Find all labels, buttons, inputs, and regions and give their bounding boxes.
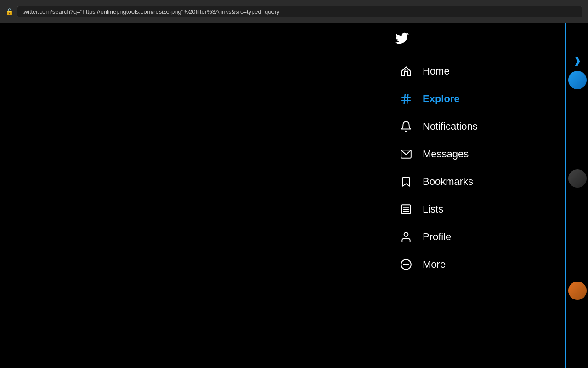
sidebar-item-explore[interactable]: Explore bbox=[390, 86, 561, 112]
page-content: Home Explore Notifications bbox=[0, 23, 588, 368]
more-icon bbox=[399, 257, 413, 272]
svg-point-13 bbox=[406, 264, 407, 265]
bookmarks-label: Bookmarks bbox=[423, 176, 473, 188]
chevron-right-icon[interactable]: ❱ bbox=[573, 55, 581, 66]
sidebar-item-notifications[interactable]: Notifications bbox=[390, 114, 561, 139]
home-label: Home bbox=[423, 65, 450, 77]
sidebar-item-profile[interactable]: Profile bbox=[390, 224, 561, 250]
thumbnail-3 bbox=[568, 282, 587, 300]
messages-label: Messages bbox=[423, 148, 469, 160]
hashtag-icon bbox=[399, 92, 413, 106]
svg-line-4 bbox=[407, 94, 408, 104]
url-bar[interactable]: twitter.com/search?q="https://onlinepngt… bbox=[17, 6, 582, 17]
sidebar-item-home[interactable]: Home bbox=[390, 58, 561, 84]
notifications-label: Notifications bbox=[423, 121, 478, 132]
svg-line-3 bbox=[404, 94, 405, 104]
sidebar-nav: Home Explore Notifications bbox=[386, 23, 565, 368]
svg-point-10 bbox=[404, 232, 408, 236]
bell-icon bbox=[399, 119, 413, 134]
profile-label: Profile bbox=[423, 231, 451, 243]
user-icon bbox=[399, 230, 413, 244]
sidebar-item-lists[interactable]: Lists bbox=[390, 196, 561, 222]
thumbnail-1 bbox=[568, 71, 587, 89]
browser-chrome: 🔒 twitter.com/search?q="https://onlinepn… bbox=[0, 0, 588, 23]
lock-icon: 🔒 bbox=[6, 8, 13, 15]
thumbnail-2 bbox=[568, 169, 587, 188]
envelope-icon bbox=[399, 147, 413, 161]
right-panel: ❱ bbox=[565, 23, 588, 368]
svg-point-14 bbox=[407, 264, 408, 265]
svg-point-12 bbox=[404, 264, 405, 265]
sidebar-item-messages[interactable]: Messages bbox=[390, 141, 561, 167]
lists-label: Lists bbox=[423, 203, 443, 215]
more-label: More bbox=[423, 259, 446, 270]
lists-icon bbox=[399, 202, 413, 217]
home-icon bbox=[399, 64, 413, 79]
sidebar-item-bookmarks[interactable]: Bookmarks bbox=[390, 169, 561, 195]
svg-point-0 bbox=[405, 69, 407, 71]
left-area bbox=[0, 23, 386, 368]
twitter-logo[interactable] bbox=[386, 28, 565, 58]
bookmark-icon bbox=[399, 174, 413, 189]
explore-label: Explore bbox=[423, 93, 460, 105]
sidebar-item-more[interactable]: More bbox=[390, 252, 561, 277]
